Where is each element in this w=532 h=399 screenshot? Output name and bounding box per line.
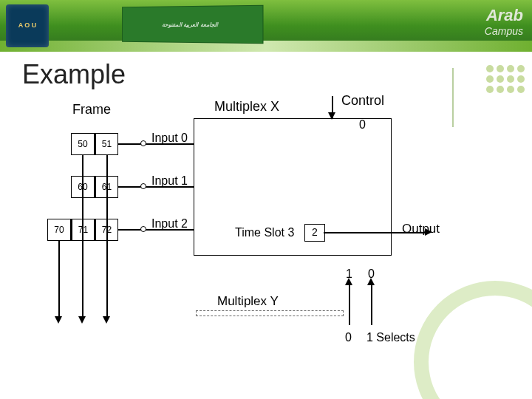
time-slot-value: 2 [312,226,318,238]
input2-junction [140,226,146,232]
header-stripe [0,41,532,52]
label-control: Control [341,93,384,109]
select-line-right [371,282,372,325]
frame-row-0: 50 51 [71,133,118,155]
frame-cell: 51 [95,133,118,155]
drop-line-0 [106,155,108,321]
label-time-slot: Time Slot 3 [235,226,294,239]
drop-arrow-0 [103,316,110,324]
select-arrow-left [345,278,352,285]
input0-junction [140,140,146,146]
value-sel0: 0 [345,331,352,344]
drop-arrow-0b [78,316,86,324]
brand-line2: Campus [485,25,523,37]
label-frame: Frame [72,102,111,117]
frame-cell: 70 [47,219,71,241]
brand-line1: Arab [486,6,523,25]
label-input1: Input 1 [151,174,188,188]
drop-line-2 [58,241,60,321]
select-line-left [349,282,350,325]
decorative-dots [486,65,525,93]
multiplex-y-box [196,310,344,316]
input1-junction [140,183,146,189]
logo-text: A O U [18,22,37,30]
label-selects: 1 Selects [366,331,415,344]
select-arrow-right [367,278,375,285]
flag-graphic: الجامعة العربية المفتوحة [122,5,263,44]
time-slot-box: 2 [304,224,325,242]
label-input2: Input 2 [151,217,188,231]
label-output: Output [402,222,440,236]
label-multiplex-x: Multiplex X [214,99,279,115]
label-input0: Input 0 [151,132,188,145]
flag-text: الجامعة العربية المفتوحة [162,21,217,27]
decorative-arc [414,281,532,399]
logo-aou: A O U [6,4,49,47]
drop-arrow-2 [55,316,62,324]
label-multiplex-y: Multiplex Y [217,294,279,309]
page-title: Example [22,59,126,90]
drop-line-0b [82,155,83,321]
decorative-line [452,68,454,127]
frame-cell: 50 [71,133,95,155]
frame-row-1: 60 61 [71,176,118,198]
